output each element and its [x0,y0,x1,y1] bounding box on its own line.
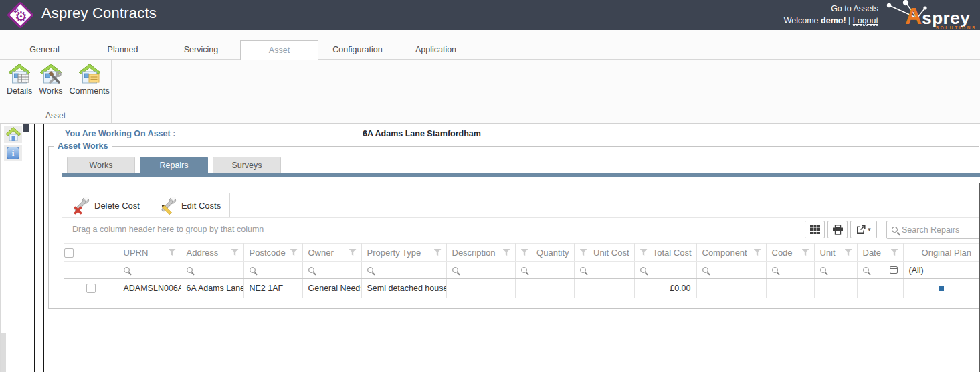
cell-description[interactable] [446,279,515,298]
filter-cell-description[interactable] [446,262,515,279]
ribbon: General Planned Servicing Asset Configur… [0,30,980,124]
edit-costs-button[interactable]: Edit Costs [149,193,229,217]
ribbon-tabs: General Planned Servicing Asset Configur… [5,40,475,60]
column-header-original-plan[interactable]: Original Plan [903,244,980,262]
info-glyph: i [12,148,15,159]
ribbon-tab-asset[interactable]: Asset [240,40,318,60]
column-header-postcode[interactable]: Postcode [243,244,302,262]
logout-link[interactable]: Logout [853,16,878,26]
filter-cell-quantity[interactable] [515,262,574,279]
filter-icon[interactable] [891,249,898,256]
cell-total-cost[interactable]: £0.00 [634,279,696,298]
works-button[interactable]: Works [35,64,66,96]
search-repairs-input[interactable] [902,225,975,235]
column-header-unit[interactable]: Unit [814,244,857,262]
column-header-uprn[interactable]: UPRN [118,244,181,262]
search-icon [187,267,193,273]
column-header-quantity[interactable]: Quantity [515,244,574,262]
house-details-icon [8,64,31,84]
filter-icon[interactable] [503,249,510,256]
delete-cost-label: Delete Cost [94,201,140,211]
column-header-component[interactable]: Component [696,244,766,262]
filter-cell-postcode[interactable] [243,262,302,279]
home-button[interactable] [4,126,22,143]
panel-collapse-handle[interactable] [23,124,29,132]
ribbon-tab-servicing[interactable]: Servicing [162,40,240,59]
house-comments-icon [78,64,101,84]
filter-icon[interactable] [845,249,852,256]
row-checkbox[interactable] [86,284,96,293]
select-all-checkbox[interactable] [64,248,74,258]
cell-unit[interactable] [814,279,857,298]
column-header-description[interactable]: Description [446,244,515,262]
filter-icon[interactable] [580,249,587,256]
filter-cell-date[interactable] [857,262,903,279]
ribbon-tab-application[interactable]: Application [397,40,475,59]
column-label: UPRN [124,248,149,258]
original-plan-indicator [939,286,944,291]
filter-icon[interactable] [231,249,239,256]
tab-repairs[interactable]: Repairs [140,157,208,173]
select-all-header[interactable] [64,244,118,262]
column-header-date[interactable]: Date [857,244,903,262]
ribbon-tab-general[interactable]: General [5,40,84,59]
column-header-owner[interactable]: Owner [302,244,361,262]
column-header-unit-cost[interactable]: Unit Cost [574,244,634,262]
comments-button[interactable]: Comments [66,64,112,96]
export-button[interactable]: ▾ [850,221,877,238]
row-select-cell[interactable] [64,279,118,298]
tab-surveys[interactable]: Surveys [213,157,281,173]
filter-cell-owner[interactable] [302,262,361,279]
details-button[interactable]: Details [3,64,35,96]
vertical-splitter[interactable] [43,124,44,372]
column-chooser-button[interactable] [805,221,825,238]
delete-cost-button[interactable]: Delete Cost [62,193,149,217]
works-tab-strip: Works Repairs Surveys [67,157,281,173]
filter-cell-original-plan[interactable]: (All) [903,262,980,279]
cell-date[interactable] [857,279,903,298]
wrench-edit-icon [158,197,177,215]
column-header-code[interactable]: Code [766,244,814,262]
cell-uprn[interactable]: ADAMSLN006A [118,279,181,298]
cell-address[interactable]: 6A Adams Lane [181,279,243,298]
search-icon [772,267,778,273]
print-button[interactable] [827,221,848,238]
filter-icon[interactable] [169,249,176,256]
filter-icon[interactable] [802,249,809,256]
cell-code[interactable] [766,279,814,298]
ribbon-tab-planned[interactable]: Planned [84,40,162,59]
go-to-assets-link[interactable]: Go to Assets [784,3,878,15]
ribbon-tab-configuration[interactable]: Configuration [318,40,397,59]
tab-works[interactable]: Works [67,157,135,173]
filter-icon[interactable] [290,249,298,256]
filter-icon[interactable] [754,249,761,256]
filter-icon[interactable] [521,249,528,256]
ribbon-group-label: Asset [0,111,111,120]
filter-cell-uprn[interactable] [118,262,181,279]
filter-icon[interactable] [349,249,357,256]
filter-cell-property-type[interactable] [361,262,446,279]
column-header-property-type[interactable]: Property Type [361,244,446,262]
filter-cell-unit-cost[interactable] [574,262,634,279]
filter-icon[interactable] [640,249,648,256]
cell-owner[interactable]: General Needs [302,279,361,298]
cell-property-type[interactable]: Semi detached house [361,279,446,298]
filter-cell-unit[interactable] [814,262,857,279]
cell-unit-cost[interactable] [574,279,634,298]
column-header-total-cost[interactable]: Total Cost [634,244,696,262]
cell-component[interactable] [696,279,766,298]
column-header-address[interactable]: Address [181,244,243,262]
vertical-splitter[interactable] [34,124,35,372]
filter-cell-code[interactable] [766,262,814,279]
filter-cell-total-cost[interactable] [634,262,696,279]
cell-postcode[interactable]: NE2 1AF [243,279,302,298]
brand-subtitle: SOLUTIONS [936,25,977,30]
filter-cell-component[interactable] [696,262,766,279]
filter-cell-address[interactable] [181,262,243,279]
groupbox-title: Asset Works [54,141,112,151]
scrollbar-remnant [1,333,6,372]
cell-quantity[interactable] [515,279,574,298]
filter-icon[interactable] [434,249,442,256]
calendar-icon[interactable] [890,266,898,274]
info-button[interactable]: i [4,145,22,161]
